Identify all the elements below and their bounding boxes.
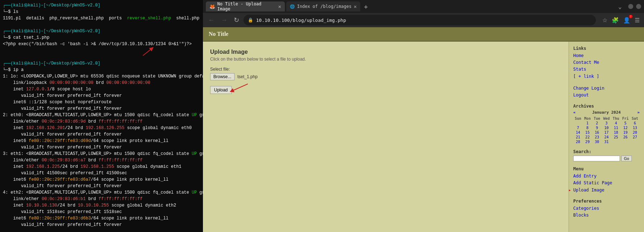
sidebar-change-login[interactable]: Change Login bbox=[573, 85, 640, 92]
browse-button[interactable]: Browse... bbox=[210, 73, 235, 80]
address-bar[interactable]: 🔒 10.10.10.100/blog/upload_img.php bbox=[244, 15, 596, 25]
calendar-day-link[interactable]: 30 bbox=[595, 140, 599, 144]
calendar-day-link[interactable]: 21 bbox=[576, 135, 580, 139]
minimize-icon bbox=[628, 4, 633, 9]
calendar-day[interactable]: 16 bbox=[592, 130, 602, 135]
calendar-day[interactable]: 17 bbox=[602, 130, 611, 135]
search-input[interactable] bbox=[573, 156, 620, 161]
calendar-day-link[interactable]: 9 bbox=[596, 126, 598, 130]
calendar-day-link[interactable]: 1 bbox=[587, 121, 589, 125]
calendar-day[interactable]: 12 bbox=[621, 126, 630, 130]
calendar-day-link[interactable]: 12 bbox=[623, 126, 627, 130]
calendar-day-link[interactable]: 23 bbox=[595, 135, 599, 139]
calendar-day-link[interactable]: 28 bbox=[576, 140, 580, 144]
calendar-day-link[interactable]: 24 bbox=[604, 135, 608, 139]
calendar-day[interactable]: 7 bbox=[573, 126, 583, 130]
sidebar-link-contact[interactable]: Contact Me bbox=[573, 59, 640, 66]
profile-button[interactable]: 👤 2 bbox=[622, 15, 632, 25]
calendar-day-link[interactable]: 10 bbox=[604, 126, 608, 130]
calendar-day-link[interactable]: 27 bbox=[633, 135, 637, 139]
calendar-day-link[interactable]: 16 bbox=[595, 131, 599, 134]
calendar-day-link[interactable]: 2 bbox=[596, 121, 598, 125]
calendar-day-link[interactable]: 13 bbox=[633, 126, 637, 130]
calendar-week-row: 21222324252627 bbox=[573, 135, 640, 139]
calendar-day[interactable]: 8 bbox=[583, 126, 592, 130]
calendar-day[interactable]: 28 bbox=[573, 139, 583, 144]
calendar-day[interactable]: 20 bbox=[630, 130, 640, 135]
calendar-day-link[interactable]: 4 bbox=[615, 121, 617, 125]
menu-title: Menu bbox=[573, 166, 640, 171]
calendar-day-link[interactable]: 29 bbox=[585, 140, 590, 144]
tab-blog-images[interactable]: 🌐 Index of /blog/images ✕ bbox=[286, 1, 360, 11]
calendar-day-link[interactable]: 3 bbox=[605, 121, 607, 125]
sidebar-link-stats[interactable]: Stats bbox=[573, 66, 640, 73]
calendar-day[interactable]: 11 bbox=[611, 126, 621, 130]
calendar-day[interactable]: 14 bbox=[573, 130, 583, 135]
cal-prev-button[interactable]: « bbox=[573, 110, 576, 115]
calendar-day-link[interactable]: 31 bbox=[604, 140, 608, 144]
calendar-day[interactable]: 23 bbox=[592, 135, 602, 139]
sidebar-link-add[interactable]: [ + link ] bbox=[573, 73, 640, 80]
sidebar-add-entry[interactable]: Add Entry bbox=[573, 173, 640, 180]
calendar-day[interactable]: 13 bbox=[630, 126, 640, 130]
calendar-day[interactable]: 4 bbox=[611, 121, 621, 126]
upload-button[interactable]: Upload bbox=[210, 86, 232, 94]
calendar-day[interactable]: 31 bbox=[602, 139, 611, 144]
calendar-day[interactable]: 1 bbox=[583, 121, 592, 126]
sidebar-blocks[interactable]: Blocks bbox=[573, 212, 640, 219]
sidebar-link-home[interactable]: Home bbox=[573, 52, 640, 59]
tab-upload-image[interactable]: 🦊 No Title - Upload Image ✕ bbox=[206, 1, 285, 11]
calendar-day[interactable]: 3 bbox=[602, 121, 611, 126]
calendar-day[interactable]: 5 bbox=[621, 121, 630, 126]
calendar-day[interactable]: 30 bbox=[592, 139, 602, 144]
site-title: No Title bbox=[209, 31, 228, 37]
reload-button[interactable]: ↻ bbox=[232, 15, 241, 25]
calendar-day-link[interactable]: 20 bbox=[633, 131, 637, 134]
calendar-day[interactable]: 19 bbox=[621, 130, 630, 135]
calendar-day[interactable]: 22 bbox=[583, 135, 592, 139]
sidebar-upload-image[interactable]: Upload Image bbox=[573, 187, 604, 194]
site-sidebar: Links Home Contact Me Stats [ + link ] C… bbox=[569, 42, 644, 232]
forward-button[interactable]: → bbox=[219, 15, 230, 25]
extension-button[interactable]: 🧩 bbox=[610, 15, 620, 25]
calendar-day[interactable]: 25 bbox=[611, 135, 621, 139]
calendar-day-link[interactable]: 25 bbox=[614, 135, 618, 139]
sidebar-add-static-page[interactable]: Add Static Page bbox=[573, 180, 640, 186]
calendar-day-link[interactable]: 14 bbox=[576, 131, 580, 134]
calendar-day-link[interactable]: 15 bbox=[585, 131, 590, 134]
filename-display: tset_1.php bbox=[237, 74, 258, 79]
tab-overflow-button[interactable]: ⌄ bbox=[616, 3, 624, 10]
calendar-day[interactable]: 2 bbox=[592, 121, 602, 126]
tab-close-button[interactable]: ✕ bbox=[278, 4, 281, 9]
calendar-day-link[interactable]: 19 bbox=[623, 131, 627, 134]
calendar-day[interactable]: 10 bbox=[602, 126, 611, 130]
sidebar-categories[interactable]: Categories bbox=[573, 205, 640, 212]
calendar-day-link[interactable]: 6 bbox=[634, 121, 636, 125]
calendar-day-link[interactable]: 22 bbox=[585, 135, 590, 139]
calendar-day[interactable]: 6 bbox=[630, 121, 640, 126]
back-button[interactable]: ← bbox=[206, 15, 217, 25]
calendar-day[interactable]: 21 bbox=[573, 135, 583, 139]
tab-close-button[interactable]: ✕ bbox=[354, 4, 357, 9]
calendar-day-link[interactable]: 18 bbox=[614, 131, 618, 134]
calendar-day[interactable]: 27 bbox=[630, 135, 640, 139]
calendar-day-link[interactable]: 17 bbox=[604, 131, 608, 134]
menu-button[interactable]: ☰ bbox=[633, 15, 641, 25]
new-tab-button[interactable]: + bbox=[362, 3, 370, 10]
calendar-day[interactable]: 26 bbox=[621, 135, 630, 139]
search-go-button[interactable]: Go bbox=[621, 156, 632, 161]
term-line: inet 10.10.10.130/24 brd 10.10.10.255 sc… bbox=[3, 202, 200, 209]
calendar-day[interactable]: 24 bbox=[602, 135, 611, 139]
calendar-day-link[interactable]: 26 bbox=[623, 135, 627, 139]
calendar-day-link[interactable]: 8 bbox=[587, 126, 589, 130]
calendar-day[interactable]: 15 bbox=[583, 130, 592, 135]
bookmark-button[interactable]: ☆ bbox=[601, 15, 609, 25]
calendar-day-link[interactable]: 5 bbox=[624, 121, 626, 125]
calendar-day[interactable]: 9 bbox=[592, 126, 602, 130]
sidebar-logout[interactable]: Logout bbox=[573, 92, 640, 99]
cal-next-button[interactable]: » bbox=[637, 110, 640, 115]
calendar-day-link[interactable]: 7 bbox=[577, 126, 579, 130]
calendar-day-link[interactable]: 11 bbox=[614, 126, 618, 130]
calendar-day[interactable]: 29 bbox=[583, 139, 592, 144]
calendar-day[interactable]: 18 bbox=[611, 130, 621, 135]
